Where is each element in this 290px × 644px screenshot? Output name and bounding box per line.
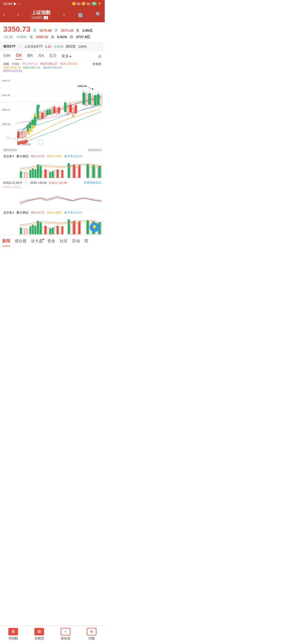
vol2-turnover: 换手率:0.61%: [64, 211, 82, 215]
tab-fenshi[interactable]: 分时: [3, 53, 11, 59]
nav-center: 上证指数 1A0001 L1: [31, 9, 51, 20]
amount-label: 额: [70, 35, 73, 39]
ma-section: 日线 均线▾ M5:3354.11 M10:3352.27 M20:3350.0…: [0, 61, 105, 73]
restore-right[interactable]: 前复权: [93, 62, 102, 66]
volume-label: 量: [76, 28, 79, 33]
price-row2: -21.82 -0.65% 低 3350.32 换 0.61% 额 3737.9…: [3, 35, 102, 39]
svg-text:← 3220.28: ← 3220.28: [19, 143, 31, 146]
settings-icon[interactable]: ⊙: [98, 54, 102, 59]
date-end: 2025/03/10: [88, 149, 102, 152]
svg-rect-118: [76, 167, 78, 178]
next-button[interactable]: ›: [63, 12, 65, 17]
svg-rect-148: [76, 224, 78, 234]
svg-rect-136: [42, 227, 44, 234]
rsi-label[interactable]: RSI(6,12,24) ▾: [3, 181, 22, 184]
vol2-m5: M5:4.47亿: [31, 211, 45, 215]
ma-avg-dropdown[interactable]: 均线▾: [12, 62, 19, 66]
rsi-help-icon[interactable]: ?: [24, 181, 28, 185]
svg-rect-109: [49, 172, 51, 178]
svg-rect-143: [59, 227, 61, 234]
news-tab-fund[interactable]: 资金: [47, 239, 55, 246]
rsi-dropdown-icon: ▾: [20, 181, 22, 184]
svg-rect-103: [34, 169, 36, 178]
vol-label[interactable]: 成交量 ▾: [3, 154, 14, 158]
indicator-tip-button[interactable]: 💡: [90, 222, 99, 232]
tab-more[interactable]: 更多 ▾: [61, 54, 71, 59]
svg-text:3305.61: 3305.61: [2, 108, 10, 111]
svg-rect-116: [70, 166, 73, 178]
price-change: -21.82: [3, 35, 13, 39]
svg-text:4: 4: [26, 141, 27, 143]
svg-text:>>: >>: [6, 136, 10, 140]
etf-track-value: 100%: [78, 45, 87, 49]
svg-rect-110: [52, 171, 54, 178]
news-tabs: 新闻 成分股 诊大盘 资金 社区 异动 简: [0, 235, 105, 246]
vol2-label-text: 成交量: [3, 211, 12, 215]
svg-rect-101: [30, 170, 31, 178]
news-tab-diagnose[interactable]: 诊大盘: [31, 239, 43, 246]
news-tab-unusual[interactable]: 异动: [72, 239, 80, 246]
nav-code: 1A0001: [31, 16, 42, 20]
vol2-label[interactable]: 成交量 ▾: [3, 211, 14, 215]
ma-row3: M250:3122.89: [3, 69, 102, 72]
svg-rect-107: [45, 169, 46, 178]
more-label: 更多: [61, 54, 69, 59]
tab-wuri[interactable]: 五日: [49, 53, 57, 59]
rsi-val12: RSI12:+52.90: [49, 181, 67, 184]
etf-arrow-icon[interactable]: ›: [100, 45, 102, 49]
svg-rect-130: [27, 229, 29, 234]
level-badge: L1: [44, 16, 48, 19]
nav-subtitle: 1A0001 L1: [31, 16, 51, 20]
rsi-section: RSI(6,12,24) ▾ ? RSI6:+49.66 RSI12:+52.9…: [0, 178, 105, 208]
svg-rect-105: [39, 166, 42, 178]
etf-track-label: 跟踪度:: [66, 44, 76, 49]
battery: 90: [92, 2, 97, 5]
svg-rect-135: [39, 222, 42, 234]
prev-button[interactable]: ‹: [17, 12, 19, 17]
svg-rect-115: [68, 163, 70, 178]
news-tab-brief[interactable]: 简: [84, 239, 88, 246]
back-button[interactable]: ‹: [3, 12, 5, 17]
svg-rect-150: [86, 220, 89, 234]
svg-rect-113: [59, 171, 61, 178]
vol-turnover: 换手率:0.61%: [64, 154, 82, 158]
status-left: 11:24 ▶ ···: [3, 2, 21, 6]
rsi-chart[interactable]: [3, 189, 102, 208]
news-tab-news[interactable]: 新闻: [2, 239, 10, 246]
vol2-amount: 量:2.85亿: [16, 211, 29, 215]
svg-rect-108: [47, 171, 49, 178]
tab-dayk[interactable]: 日K: [16, 53, 22, 60]
svg-rect-114: [61, 170, 63, 178]
amount-val: 3737.9亿: [76, 35, 90, 39]
svg-rect-96: [38, 140, 43, 144]
ma-row2: M30:3318.70 M60:3321.12 M180:3142.51: [3, 66, 102, 69]
vol-header: 成交量 ▾ 量:2.85亿 M5:4.47亿 M10:4.96亿 换手率:0.6…: [3, 153, 102, 159]
svg-rect-146: [70, 222, 73, 234]
status-bar: 11:24 ▶ ··· 📶 5G 📶 5G 90 ⚡: [0, 0, 105, 7]
tab-zhouk[interactable]: 周K: [27, 53, 33, 59]
etf-label: 相关ETF: [3, 44, 16, 49]
rsi-strategy-link[interactable]: 查看指标战法: [84, 181, 102, 185]
ma-m30: M30:3318.70: [3, 66, 20, 69]
ma-m20: M20:3350.06: [60, 62, 77, 66]
vol-chart[interactable]: [3, 159, 102, 178]
main-chart[interactable]: 3400.07 3352.84 3305.61 3258.38: [1, 73, 104, 148]
vol2-chart[interactable]: 💡: [3, 215, 102, 234]
svg-rect-127: [20, 228, 22, 234]
svg-rect-104: [37, 164, 39, 178]
turnover-label: 换: [51, 35, 55, 39]
svg-rect-121: [89, 167, 92, 178]
news-tab-stocks[interactable]: 成分股: [15, 239, 27, 246]
main-price: 3350.73: [3, 25, 30, 34]
etf-bar[interactable]: 相关ETF ? 上证综合ETF 1.13 -0.61% 跟踪度: 100% ›: [0, 42, 105, 51]
tab-yuek[interactable]: 月K: [38, 53, 44, 59]
arrow-icon: ▶: [14, 2, 16, 6]
svg-text:9: 9: [38, 105, 39, 108]
news-tab-community[interactable]: 社区: [60, 239, 68, 246]
volume-val: 2.85亿: [82, 28, 92, 33]
etf-help-icon[interactable]: ?: [18, 45, 22, 49]
vol-label-text: 成交量: [3, 154, 12, 158]
rsi-val6: RSI6:+49.66: [30, 181, 46, 184]
robot-icon[interactable]: 🤖: [77, 12, 83, 17]
search-button[interactable]: 🔍: [96, 12, 102, 17]
